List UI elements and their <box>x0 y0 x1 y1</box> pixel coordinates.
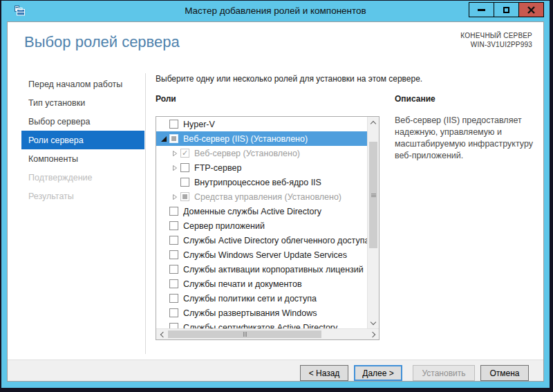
chevron-down-icon <box>371 319 376 324</box>
checkbox-unchecked[interactable] <box>180 178 189 187</box>
back-button[interactable]: < Назад <box>300 365 348 381</box>
chevron-left-icon <box>160 331 165 337</box>
checkbox-unchecked[interactable] <box>180 163 189 172</box>
role-row-print-services[interactable]: Службы печати и документов <box>156 277 367 291</box>
role-label: Службы печати и документов <box>183 279 302 289</box>
role-label: Службы политики сети и доступа <box>183 294 317 304</box>
install-button: Установить <box>413 365 475 381</box>
horizontal-scrollbar-thumb[interactable] <box>168 330 321 338</box>
checkbox-unchecked[interactable] <box>169 120 178 129</box>
role-label: Службы Active Directory облегченного дос… <box>183 236 367 245</box>
role-label: Службы Windows Server Update Services <box>183 250 347 260</box>
wizard-content: Выбор ролей сервера КОНЕЧНЫЙ СЕРВЕР WIN-… <box>7 21 544 382</box>
role-row-npas[interactable]: Службы политики сети и доступа <box>156 291 367 306</box>
role-label: Веб-сервер (IIS) (Установлено) <box>183 134 308 144</box>
description-column-label: Описание <box>395 94 435 104</box>
wizard-steps-sidebar: Перед началом работы Тип установки Выбор… <box>21 75 144 205</box>
target-server-name: WIN-3V1UI2PP993 <box>460 40 532 49</box>
checkbox-indeterminate[interactable] <box>169 134 178 143</box>
sidebar-item-before-you-begin[interactable]: Перед началом работы <box>21 75 144 93</box>
expander-collapsed-icon[interactable] <box>169 150 180 157</box>
role-description-text: Веб-сервер (IIS) предоставляет надежную,… <box>395 115 540 162</box>
sidebar-divider <box>145 73 146 354</box>
sidebar-item-server-selection[interactable]: Выбор сервера <box>21 112 144 131</box>
role-row-application-server[interactable]: Сервер приложений <box>156 218 367 233</box>
sidebar-item-server-roles[interactable]: Роли сервера <box>21 131 144 149</box>
role-row-management-tools[interactable]: Средства управления (Установлено) <box>156 189 367 204</box>
expander-collapsed-icon[interactable] <box>169 194 180 200</box>
role-row-ad-ds[interactable]: Доменные службы Active Directory <box>156 204 367 218</box>
titlebar[interactable]: Мастер добавления ролей и компонентов <box>1 1 550 21</box>
role-label: Веб-сервер (Установлено) <box>194 149 300 158</box>
sidebar-item-installation-type[interactable]: Тип установки <box>21 93 144 112</box>
checkbox-checked-disabled <box>180 149 189 158</box>
role-row-volume-activation[interactable]: Службы активации корпоративных лицензий <box>156 262 367 277</box>
checkbox-unchecked[interactable] <box>169 207 178 216</box>
maximize-button[interactable] <box>494 2 519 17</box>
horizontal-scrollbar[interactable] <box>156 328 379 339</box>
checkbox-unchecked[interactable] <box>169 279 178 288</box>
chevron-up-icon <box>371 120 376 126</box>
gripper-icon <box>371 195 376 196</box>
checkbox-unchecked[interactable] <box>169 221 178 230</box>
role-row-ftp-server[interactable]: FTP-сервер <box>156 160 367 175</box>
role-label: Сервер приложений <box>183 221 265 231</box>
minimize-button[interactable] <box>469 2 494 17</box>
vertical-scrollbar[interactable] <box>367 117 379 328</box>
minimize-icon <box>478 9 485 11</box>
sidebar-item-features[interactable]: Компоненты <box>21 149 144 168</box>
checkbox-unchecked[interactable] <box>169 323 178 328</box>
role-label: Службы сертификатов Active Directory <box>183 323 337 329</box>
role-label: Средства управления (Установлено) <box>194 192 341 202</box>
scroll-up-button[interactable] <box>368 117 379 128</box>
checkbox-unchecked[interactable] <box>169 236 178 245</box>
close-button[interactable] <box>518 2 544 17</box>
next-button[interactable]: Далее > <box>354 365 402 381</box>
role-row-wds[interactable]: Службы развертывания Windows <box>156 306 367 320</box>
expander-expanded-icon[interactable] <box>158 136 169 142</box>
window-controls <box>469 2 544 17</box>
checkbox-unchecked[interactable] <box>169 265 178 274</box>
vertical-scrollbar-thumb[interactable] <box>369 142 377 248</box>
cancel-button[interactable]: Отмена <box>480 365 529 381</box>
role-row-web-server-installed[interactable]: Веб-сервер (Установлено) <box>156 146 367 160</box>
page-title: Выбор ролей сервера <box>24 33 180 51</box>
target-server-label: КОНЕЧНЫЙ СЕРВЕР <box>460 31 532 40</box>
role-row-web-server-iis[interactable]: Веб-сервер (IIS) (Установлено) <box>156 131 367 146</box>
chevron-right-icon <box>369 331 375 337</box>
role-row-wsus[interactable]: Службы Windows Server Update Services <box>156 248 367 262</box>
footer-bar: < Назад Далее > Установить Отмена <box>8 360 543 381</box>
expander-collapsed-icon[interactable] <box>169 165 180 171</box>
wizard-window: Мастер добавления ролей и компонентов Вы… <box>1 1 550 388</box>
close-icon <box>527 6 535 14</box>
sidebar-item-confirmation: Подтверждение <box>21 168 144 187</box>
role-row-ad-cs[interactable]: Службы сертификатов Active Directory <box>156 320 367 328</box>
roles-rows: Hyper-V Веб-сервер (IIS) (Установлено) В… <box>156 117 367 328</box>
role-label: FTP-сервер <box>194 163 241 173</box>
roles-tree: Hyper-V Веб-сервер (IIS) (Установлено) В… <box>156 116 379 340</box>
checkbox-indeterminate-disabled <box>180 192 189 201</box>
window-title: Мастер добавления ролей и компонентов <box>1 6 550 16</box>
checkbox-unchecked[interactable] <box>169 250 178 259</box>
role-label: Службы развертывания Windows <box>183 308 317 318</box>
scroll-down-button[interactable] <box>368 317 379 328</box>
instruction-text: Выберите одну или несколько ролей для ус… <box>156 74 422 84</box>
role-row-hyper-v[interactable]: Hyper-V <box>156 117 367 131</box>
role-row-ad-lds[interactable]: Службы Active Directory облегченного дос… <box>156 233 367 248</box>
roles-column-label: Роли <box>156 94 176 104</box>
maximize-icon <box>503 7 509 13</box>
role-row-iis-hostable-web-core[interactable]: Внутрипроцессное веб-ядро IIS <box>156 175 367 189</box>
role-label: Доменные службы Active Directory <box>183 207 321 216</box>
role-label: Hyper-V <box>183 120 215 129</box>
sidebar-item-results: Результаты <box>21 187 144 205</box>
role-label: Службы активации корпоративных лицензий <box>183 265 364 274</box>
checkbox-unchecked[interactable] <box>169 308 178 317</box>
checkbox-unchecked[interactable] <box>169 294 178 303</box>
gripper-icon <box>245 332 245 337</box>
target-server-block: КОНЕЧНЫЙ СЕРВЕР WIN-3V1UI2PP993 <box>460 31 532 49</box>
scroll-left-button[interactable] <box>156 329 167 339</box>
role-label: Внутрипроцессное веб-ядро IIS <box>194 178 321 187</box>
scroll-right-button[interactable] <box>368 329 379 339</box>
